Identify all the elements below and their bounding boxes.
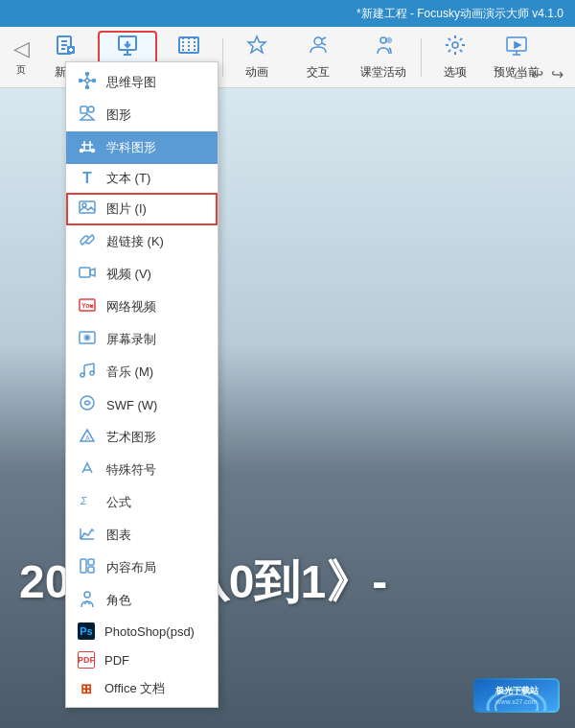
forward-nav-btn[interactable]: ↪ [551, 65, 564, 83]
svg-text:极光下载站: 极光下载站 [494, 686, 540, 695]
svg-point-20 [387, 38, 392, 43]
svg-point-54 [86, 337, 89, 340]
subject-shape-icon [78, 137, 97, 158]
pdf-icon: PDF [78, 651, 95, 669]
menu-item-mindmap[interactable]: 思维导图 [66, 66, 218, 99]
svg-point-58 [80, 396, 94, 410]
svg-rect-66 [88, 567, 94, 573]
svg-point-26 [85, 79, 89, 82]
toolbar-btn-animate[interactable]: 动画 [227, 31, 287, 84]
insert-dropdown-menu: 思维导图 图形 学科图形 T 文本 (T) [65, 61, 218, 708]
menu-item-subject-shape[interactable]: 学科图形 [66, 131, 218, 164]
watermark: 极光下载站 www.x27.com [473, 678, 560, 713]
swf-label: SWF (W) [106, 398, 157, 412]
special-char-icon [78, 459, 97, 481]
pdf-label: PDF [104, 653, 129, 668]
chart-label: 图表 [106, 527, 131, 544]
sep1 [222, 38, 223, 77]
character-label: 角色 [106, 592, 131, 609]
art-shape-label: 艺术图形 [106, 429, 156, 446]
animate-icon [245, 34, 268, 60]
toolbar-btn-options[interactable]: 选项 [426, 31, 485, 84]
home-nav-btn[interactable]: ⌂ [514, 65, 523, 83]
menu-item-layout[interactable]: 内容布局 [66, 552, 218, 584]
subject-shape-label: 学科图形 [106, 139, 156, 156]
shape-icon [78, 105, 97, 126]
svg-point-21 [452, 42, 458, 48]
svg-rect-64 [80, 559, 86, 573]
art-shape-icon: A [78, 427, 97, 448]
class-label: 课堂活动 [360, 64, 406, 81]
layout-label: 内容布局 [106, 559, 156, 576]
toolbar-btn-interact[interactable]: 交互 [288, 31, 348, 84]
menu-item-text[interactable]: T 文本 (T) [66, 164, 218, 193]
svg-line-17 [322, 37, 326, 39]
insert-icon [116, 34, 139, 60]
music-icon [78, 362, 97, 383]
svg-marker-37 [80, 114, 94, 120]
options-icon [444, 34, 467, 60]
background-icon [177, 34, 200, 60]
shape-label: 图形 [106, 106, 131, 124]
mindmap-label: 思维导图 [106, 74, 156, 91]
svg-line-56 [84, 364, 94, 365]
swf-icon [78, 394, 97, 415]
nav-back-label: 页 [16, 63, 26, 77]
svg-text:www.x27.com: www.x27.com [494, 698, 537, 705]
title-text: *新建工程 - Focusky动画演示大师 v4.1.0 [356, 6, 564, 22]
menu-item-video[interactable]: 视频 (V) [66, 258, 218, 291]
svg-text:Σ: Σ [80, 495, 87, 506]
new-icon [55, 34, 78, 60]
top-nav: ⌂ ↩ ↪ [514, 65, 564, 83]
formula-icon: Σ [78, 492, 97, 513]
character-icon [78, 590, 97, 611]
menu-item-chart[interactable]: 图表 [66, 519, 218, 552]
svg-line-46 [85, 238, 89, 242]
toolbar-btn-nav-back[interactable]: ◁ 页 [8, 31, 34, 84]
menu-item-character[interactable]: 角色 [66, 584, 218, 617]
preview-icon [505, 34, 528, 60]
menu-item-shape[interactable]: 图形 [66, 99, 218, 131]
menu-item-photoshop[interactable]: Ps PhotoShop(psd) [66, 617, 218, 646]
menu-item-formula[interactable]: Σ 公式 [66, 486, 218, 519]
menu-item-special-char[interactable]: 特殊符号 [66, 454, 218, 486]
svg-rect-65 [88, 559, 94, 565]
svg-marker-48 [90, 269, 95, 276]
svg-line-18 [322, 43, 326, 45]
svg-rect-36 [80, 106, 87, 113]
menu-item-office[interactable]: ⊞ Office 文档 [66, 674, 218, 703]
text-label: 文本 (T) [106, 170, 150, 187]
special-char-label: 特殊符号 [106, 461, 156, 479]
svg-marker-25 [515, 42, 520, 48]
image-label: 图片 (I) [106, 200, 147, 218]
menu-item-pdf[interactable]: PDF PDF [66, 646, 218, 674]
menu-item-screen-record[interactable]: 屏幕录制 [66, 323, 218, 356]
interact-icon [307, 34, 330, 60]
watermark-logo: 极光下载站 www.x27.com [473, 678, 560, 713]
hyperlink-label: 超链接 (K) [106, 233, 164, 250]
screen-record-label: 屏幕录制 [106, 331, 156, 348]
svg-point-34 [93, 80, 96, 82]
menu-item-music[interactable]: 音乐 (M) [66, 356, 218, 388]
menu-item-web-video[interactable]: You 网络视频 [66, 291, 218, 323]
svg-rect-44 [80, 201, 95, 213]
menu-item-hyperlink[interactable]: 超链接 (K) [66, 225, 218, 258]
menu-item-image[interactable]: 图片 (I) [66, 193, 218, 225]
animate-label: 动画 [245, 64, 268, 81]
svg-rect-47 [80, 268, 90, 277]
svg-point-16 [314, 37, 322, 45]
nav-back-icon: ◁ [13, 38, 30, 59]
menu-item-swf[interactable]: SWF (W) [66, 388, 218, 421]
video-label: 视频 (V) [106, 266, 151, 283]
options-label: 选项 [444, 64, 467, 81]
hyperlink-icon [78, 231, 97, 252]
layout-icon [78, 557, 97, 578]
toolbar-btn-class[interactable]: 课堂活动 [350, 31, 417, 84]
screen-record-icon [78, 329, 97, 350]
svg-point-35 [88, 106, 94, 112]
svg-point-42 [80, 150, 83, 153]
svg-point-33 [80, 80, 82, 82]
back-nav-btn[interactable]: ↩ [531, 65, 543, 83]
menu-item-art-shape[interactable]: A 艺术图形 [66, 421, 218, 454]
image-icon [78, 199, 97, 220]
